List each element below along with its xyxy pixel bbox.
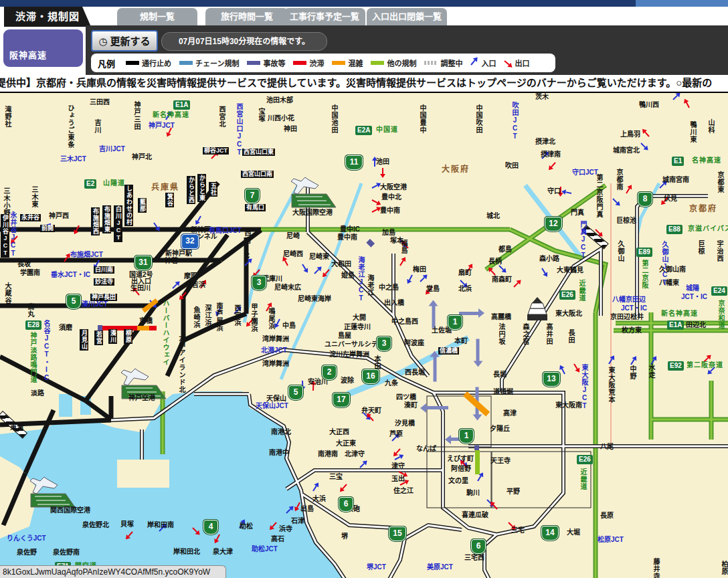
river — [244, 183, 299, 322]
traffic-map[interactable] — [0, 92, 728, 578]
status-tooltip: 8k1GoxLJwmUaqAqfoPAnIzeWY4COAfMf5n.ycoOK… — [0, 565, 226, 578]
legend-item: 調整中 — [424, 58, 462, 68]
legend-items: 通行止めチェーン規制事故等渋滞混雑他の規制調整中 — [126, 58, 462, 68]
legend-bar: 凡例 通行止めチェーン規制事故等渋滞混雑他の規制調整中 入口 出口 — [91, 54, 555, 72]
exit-arrow-icon — [504, 59, 512, 67]
legend-item: 混雑 — [332, 58, 363, 68]
legend-swatch — [179, 61, 193, 65]
hanshin-expressway-logo[interactable]: 阪神高速 — [3, 29, 83, 67]
tab-regulation-list[interactable]: 規制一覧 — [117, 8, 197, 25]
legend-swatch — [332, 61, 345, 65]
legend-entrance: 入口 — [470, 58, 496, 68]
update-button-label: 更新する — [110, 35, 151, 47]
kobe-airport-island — [117, 460, 169, 488]
timestamp-pill: 07月07日15時30分現在の情報です。 — [161, 32, 327, 51]
legend-item: 事故等 — [247, 58, 285, 68]
update-button[interactable]: ◷更新する — [91, 30, 158, 52]
top-right-strip — [636, 0, 728, 7]
tab-construction-schedule-list[interactable]: 工事行事予定一覧 — [284, 8, 365, 25]
legend-exit: 出口 — [504, 58, 529, 68]
traffic-map-page: 滝野社三田西ひょうご東条吉川神戸三田西宮北神戸北三木小野三木東神戸西池田木部宝塚… — [0, 0, 728, 578]
legend-swatch — [424, 61, 438, 65]
legend-swatch — [293, 61, 306, 65]
legend-item: 通行止め — [126, 58, 171, 68]
legend-item: チェーン規制 — [179, 58, 239, 68]
river-kamo — [637, 183, 659, 235]
tab-entrance-exit-closure-list[interactable]: 入口出口閉鎖一覧 — [367, 8, 447, 25]
legend-title: 凡例 — [98, 57, 115, 70]
clock-icon: ◷ — [98, 35, 107, 47]
tab-row: 渋滞・規制図 規制一覧 旅行時間一覧 工事行事予定一覧 入口出口閉鎖一覧 — [0, 7, 728, 25]
map-roads-canvas — [0, 92, 728, 578]
entrance-arrow-icon — [470, 59, 478, 67]
legend-item: 他の規制 — [371, 58, 416, 68]
legend-swatch — [126, 61, 139, 65]
legend-swatch — [371, 61, 384, 65]
top-navy-bar — [0, 0, 728, 7]
logo-label: 阪神高速 — [9, 48, 47, 61]
tab-travel-time-list[interactable]: 旅行時間一覧 — [205, 8, 288, 25]
legend-item: 渋滞 — [293, 58, 324, 68]
tab-congestion-map[interactable]: 渋滞・規制図 — [4, 7, 91, 27]
legend-swatch — [247, 61, 260, 65]
detail-boxes — [427, 396, 591, 508]
news-ticker: 提供中】京都府・兵庫県の情報を災害時情報提供サービスで提供しています。災害時情報… — [0, 75, 728, 93]
sea-inlet — [59, 394, 72, 417]
